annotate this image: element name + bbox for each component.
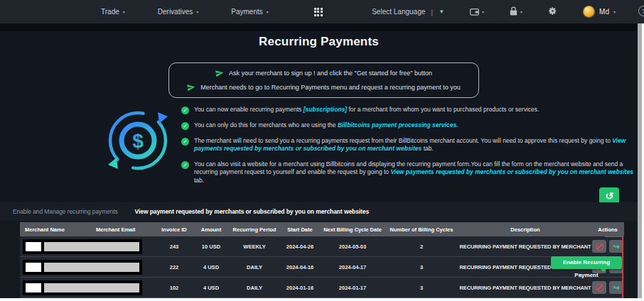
settings-button[interactable]	[548, 6, 557, 18]
screen: Trade ▾ Derivatives ▾ Payments ▾ Select …	[0, 0, 644, 301]
settings-gear-icon	[548, 6, 557, 18]
next-billing-cell: 2024-01-17	[321, 285, 384, 291]
info-line: Ask your merchant to sign up ! and click…	[215, 69, 432, 77]
invoice-id-cell: 243	[156, 243, 192, 250]
nav-derivatives-label: Derivatives	[158, 8, 193, 16]
main-content: Recurring Payments Ask your merchant to …	[0, 23, 638, 298]
billing-cycles-cell: 2	[384, 243, 459, 250]
col-invoice-id: Invoice ID	[156, 226, 192, 233]
lock-icon	[510, 6, 517, 18]
divider-band	[0, 23, 638, 31]
cancel-payment-button[interactable]	[592, 281, 606, 294]
recurring-period-cell: DAILY	[230, 285, 279, 291]
top-navbar: Trade ▾ Derivatives ▾ Payments ▾ Select …	[0, 0, 644, 23]
language-selector[interactable]: Select Language | ▼	[372, 8, 444, 16]
table-row: 102 4 USD DAILY 2024-01-16 2024-01-17 3 …	[20, 278, 624, 298]
caret-down-icon: ▾	[520, 10, 522, 14]
ban-icon	[596, 243, 603, 251]
table-row: 222 4 USD DAILY 2024-04-16 2024-04-17 3 …	[20, 257, 624, 278]
username: Md	[599, 8, 609, 16]
col-merchant-email: Merchant Email	[91, 226, 156, 233]
caret-down-icon: ▾	[482, 10, 484, 14]
caret-down-icon: ▾	[123, 10, 125, 14]
help-icon[interactable]: ?	[638, 6, 644, 16]
divider: |	[431, 8, 433, 16]
check-icon: ✓	[181, 122, 189, 130]
svg-text:$: $	[132, 130, 144, 152]
redaction-block	[44, 242, 139, 251]
history-icon: ↺	[605, 190, 613, 202]
recurring-period-cell: WEEKLY	[230, 243, 279, 250]
user-menu[interactable]: Md ▾	[583, 6, 616, 18]
nav-trade-label: Trade	[101, 8, 119, 16]
billing-cycles-cell: 3	[384, 285, 459, 291]
start-date-cell: 2024-04-16	[279, 264, 321, 270]
table-header: Merchant Name Merchant Email Invoice ID …	[20, 222, 624, 236]
bullet-item: ✓ The merchant will need to send you a r…	[181, 137, 636, 153]
nav-trade[interactable]: Trade ▾	[101, 8, 125, 16]
tab-view-payments[interactable]: View payment requested by merchants or s…	[135, 208, 369, 215]
check-icon: ✓	[181, 161, 189, 169]
description-cell: RECURRING PAYMENT REQUESTED BY MERCHANT	[459, 285, 591, 291]
col-merchant-name: Merchant Name	[20, 226, 91, 233]
bullet-text: You can only do this for merchants who a…	[194, 121, 458, 129]
amount-cell: 10 USD	[192, 243, 230, 250]
bullet-item: ✓ You can now enable recurring payments …	[181, 106, 636, 114]
ban-icon	[596, 284, 603, 292]
next-billing-cell: 2024-04-17	[321, 264, 384, 270]
redaction-block	[44, 283, 139, 292]
paper-plane-icon	[215, 68, 225, 78]
redaction-block	[26, 283, 41, 292]
payments-table: Merchant Name Merchant Email Invoice ID …	[20, 222, 624, 298]
avatar	[583, 6, 595, 18]
start-date-cell: 2024-01-16	[279, 285, 321, 291]
page-title: Recurring Payments	[0, 35, 638, 49]
recurring-period-cell: DAILY	[230, 264, 279, 270]
col-description: Description	[459, 226, 591, 233]
nav-derivatives[interactable]: Derivatives ▾	[158, 8, 198, 16]
billing-cycles-cell: 3	[384, 264, 459, 270]
redaction-block	[44, 263, 139, 272]
wallet-icon	[470, 6, 479, 18]
bullet-text: The merchant will need to send you a rec…	[194, 137, 636, 153]
bullet-item: ✓ You can only do this for merchants who…	[181, 121, 636, 130]
redaction-block	[26, 263, 41, 272]
main-nav: Trade ▾ Derivatives ▾ Payments ▾	[101, 8, 323, 16]
start-date-cell: 2024-04-26	[279, 243, 321, 250]
cancel-payment-button[interactable]	[592, 240, 606, 253]
invoice-id-cell: 102	[156, 285, 192, 291]
wallet-menu[interactable]: ▾	[470, 6, 484, 18]
nav-payments[interactable]: Payments ▾	[231, 8, 268, 16]
paper-plane-icon	[186, 82, 196, 92]
bullet-text: You can also visit a website for a merch…	[194, 160, 636, 185]
col-start-date: Start Date	[279, 226, 321, 233]
redaction-overlay	[23, 280, 142, 295]
redaction-overlay	[23, 260, 142, 275]
invoice-id-cell: 222	[156, 264, 192, 270]
caret-down-icon: ▾	[196, 10, 198, 14]
bullet-text: You can now enable recurring payments [s…	[194, 106, 539, 114]
col-next-billing: Next Billing Cycle Date	[321, 226, 384, 233]
apps-grid-icon[interactable]	[314, 8, 323, 16]
next-billing-cell: 2024-05-03	[321, 243, 384, 250]
check-icon: ✓	[181, 138, 189, 146]
info-text: Merchant needs to go to Recurring Paymen…	[200, 84, 461, 91]
info-box: Ask your merchant to sign up ! and click…	[168, 62, 479, 98]
col-actions: Actions	[591, 226, 624, 233]
enable-recurring-tooltip: Enable Recurring Payment	[551, 256, 622, 269]
caret-down-icon: ▼	[439, 9, 444, 15]
col-billing-cycles: Number of Billing Cycles	[384, 226, 459, 233]
feature-bullets: ✓ You can now enable recurring payments …	[181, 106, 636, 185]
redaction-overlay	[23, 239, 142, 254]
navbar-right: Select Language | ▼ ▾ ▾	[372, 6, 616, 18]
tabs-bar: Enable and Manage recurring payments Vie…	[0, 202, 638, 221]
info-text: Ask your merchant to sign up ! and click…	[229, 70, 432, 77]
language-label: Select Language	[372, 8, 425, 16]
orders-lock-menu[interactable]: ▾	[510, 6, 522, 18]
tab-enable-manage[interactable]: Enable and Manage recurring payments	[13, 208, 118, 215]
caret-down-icon: ▾	[613, 10, 616, 14]
view-payments-link[interactable]: View payments requested by merchants or …	[390, 168, 633, 175]
bullet-item: ✓ You can also visit a website for a mer…	[181, 160, 636, 185]
description-cell: RECURRING PAYMENT REQUESTED BY MERCHANT	[459, 243, 591, 250]
check-icon: ✓	[181, 106, 189, 114]
